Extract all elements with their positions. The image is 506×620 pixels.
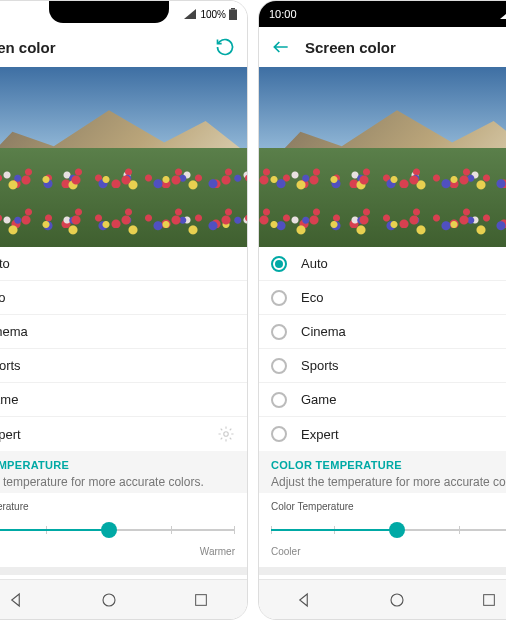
option-label: Auto	[301, 256, 328, 271]
option-label: Sports	[0, 358, 21, 373]
option-label: Expert	[0, 427, 21, 442]
radio-icon	[271, 290, 287, 306]
svg-rect-1	[229, 10, 237, 21]
option-sports[interactable]: Sports	[259, 349, 506, 383]
slider-right-label: Warmer	[200, 546, 235, 557]
svg-point-7	[391, 594, 403, 606]
svg-rect-0	[231, 8, 235, 10]
status-time: 10:00	[269, 8, 297, 20]
option-eco[interactable]: Eco	[259, 281, 506, 315]
svg-point-3	[103, 594, 115, 606]
divider-bar	[0, 567, 247, 575]
temperature-slider[interactable]	[0, 520, 235, 540]
header: reen color	[0, 27, 247, 67]
page-title: Screen color	[305, 39, 396, 56]
temperature-block: mperature Warmer	[0, 493, 247, 567]
option-game[interactable]: Game	[0, 383, 247, 417]
option-label: Cinema	[301, 324, 346, 339]
radio-icon	[271, 392, 287, 408]
phone-right: 10:00 Screen color Auto Eco Cinema Sport…	[258, 0, 506, 620]
option-label: Game	[301, 392, 336, 407]
option-game[interactable]: Game	[259, 383, 506, 417]
option-cinema[interactable]: Cinema	[0, 315, 247, 349]
status-bar: 10:00	[259, 1, 506, 27]
radio-icon	[271, 358, 287, 374]
option-auto[interactable]: Auto	[0, 247, 247, 281]
option-label: Auto	[0, 256, 10, 271]
back-button[interactable]	[271, 37, 291, 57]
temperature-block: Color Temperature Cooler	[259, 493, 506, 567]
option-sports[interactable]: Sports	[0, 349, 247, 383]
section-desc: Adjust the temperature for more accurate…	[271, 475, 506, 489]
temperature-label: mperature	[0, 501, 235, 512]
nav-home[interactable]	[97, 588, 121, 612]
section-title: COLOR TEMPERATURE	[271, 459, 506, 471]
nav-back[interactable]	[293, 588, 317, 612]
preview-image	[0, 67, 247, 247]
reset-button[interactable]	[215, 37, 235, 57]
signal-icon	[184, 9, 196, 19]
options-list: Auto Eco Cinema Sports Game Expert	[0, 247, 247, 451]
nav-home[interactable]	[385, 588, 409, 612]
option-label: Eco	[301, 290, 323, 305]
option-eco[interactable]: Eco	[0, 281, 247, 315]
radio-icon	[271, 426, 287, 442]
nav-bar	[259, 579, 506, 619]
option-auto[interactable]: Auto	[259, 247, 506, 281]
option-label: Game	[0, 392, 18, 407]
slider-left-label: Cooler	[271, 546, 300, 557]
option-label: Sports	[301, 358, 339, 373]
options-list: Auto Eco Cinema Sports Game Expert	[259, 247, 506, 451]
notch	[49, 1, 169, 23]
nav-recent[interactable]	[189, 588, 213, 612]
svg-rect-8	[484, 594, 495, 605]
section-title: TEMPERATURE	[0, 459, 235, 471]
option-label: Expert	[301, 427, 339, 442]
section-desc: the temperature for more accurate colors…	[0, 475, 235, 489]
temperature-label: Color Temperature	[271, 501, 506, 512]
option-expert[interactable]: Expert	[0, 417, 247, 451]
color-temperature-section: COLOR TEMPERATURE Adjust the temperature…	[259, 451, 506, 493]
option-label: Eco	[0, 290, 5, 305]
color-temperature-section: TEMPERATURE the temperature for more acc…	[0, 451, 247, 493]
radio-icon	[271, 324, 287, 340]
signal-icon	[500, 9, 506, 19]
header: Screen color	[259, 27, 506, 67]
divider-bar	[259, 567, 506, 575]
preview-image	[259, 67, 506, 247]
option-label: Cinema	[0, 324, 28, 339]
option-cinema[interactable]: Cinema	[259, 315, 506, 349]
temperature-slider[interactable]	[271, 520, 506, 540]
phone-left: 100% reen color Auto Eco Cinema Sports G…	[0, 0, 248, 620]
gear-icon[interactable]	[217, 425, 235, 443]
radio-icon	[271, 256, 287, 272]
option-expert[interactable]: Expert	[259, 417, 506, 451]
svg-point-2	[224, 432, 229, 437]
nav-bar	[0, 579, 247, 619]
nav-back[interactable]	[5, 588, 29, 612]
battery-icon	[229, 8, 237, 20]
battery-text: 100%	[200, 9, 226, 20]
svg-rect-4	[196, 594, 207, 605]
nav-recent[interactable]	[477, 588, 501, 612]
page-title: reen color	[0, 39, 56, 56]
